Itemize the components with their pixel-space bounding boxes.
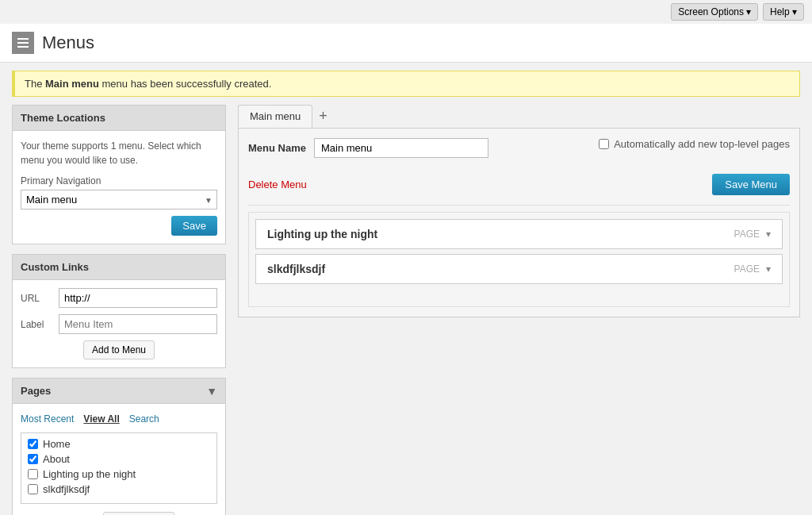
menu-item-title-slk: slkdfjlksdjf bbox=[267, 263, 325, 275]
page-checkbox-home[interactable] bbox=[28, 439, 38, 449]
page-label-home: Home bbox=[43, 438, 71, 450]
theme-locations-save-button[interactable]: Save bbox=[171, 216, 217, 236]
svg-rect-1 bbox=[17, 42, 29, 44]
pages-panel: Pages ▼ Most Recent View All Search Home bbox=[12, 378, 226, 515]
svg-rect-2 bbox=[17, 46, 29, 48]
list-item: Lighting up the night bbox=[28, 468, 210, 480]
list-item: Home bbox=[28, 438, 210, 450]
primary-nav-label: Primary Navigation bbox=[21, 175, 217, 186]
tab-add-button[interactable]: + bbox=[312, 105, 334, 128]
custom-links-add-button[interactable]: Add to Menu bbox=[83, 340, 155, 359]
primary-nav-select-wrapper: Main menu ▼ bbox=[21, 190, 217, 209]
custom-links-body: URL Label Add to Menu bbox=[13, 280, 225, 367]
pages-add-button[interactable]: Add to Menu bbox=[103, 512, 174, 515]
delete-menu-link[interactable]: Delete Menu bbox=[248, 179, 307, 190]
pages-panel-body: Most Recent View All Search Home About bbox=[13, 404, 225, 515]
menu-item-type-lighting: PAGE bbox=[734, 229, 760, 240]
page-header: Menus bbox=[0, 24, 812, 63]
pages-panel-header: Pages ▼ bbox=[13, 379, 225, 404]
notice-bold: Main menu bbox=[45, 78, 99, 90]
menu-item-meta-slk: PAGE ▾ bbox=[734, 263, 771, 275]
theme-locations-panel: Theme Locations Your theme supports 1 me… bbox=[12, 105, 226, 244]
pages-header-label: Pages bbox=[21, 385, 51, 397]
page-label-about: About bbox=[43, 453, 70, 465]
screen-options-label: Screen Options bbox=[678, 6, 744, 17]
top-bar: Screen Options ▾ Help ▾ bbox=[0, 0, 812, 24]
menu-actions-row: Delete Menu Save Menu bbox=[248, 174, 790, 195]
page-checkbox-lighting[interactable] bbox=[28, 469, 38, 479]
menu-name-label: Menu Name bbox=[248, 142, 306, 154]
page-checkbox-slk[interactable] bbox=[28, 484, 38, 494]
menu-item-title-lighting: Lighting up the night bbox=[267, 228, 377, 240]
table-row: slkdfjlksdjf PAGE ▾ bbox=[255, 254, 783, 284]
chevron-down-icon[interactable]: ▾ bbox=[766, 263, 771, 275]
separator bbox=[248, 205, 790, 206]
page-checkbox-about[interactable] bbox=[28, 454, 38, 464]
page-title: Menus bbox=[42, 33, 94, 53]
main-content: Theme Locations Your theme supports 1 me… bbox=[0, 105, 812, 515]
page-label-lighting: Lighting up the night bbox=[43, 468, 136, 480]
list-item: slkdfjlksdjf bbox=[28, 483, 210, 495]
tab-search[interactable]: Search bbox=[129, 412, 159, 426]
menu-item-type-slk: PAGE bbox=[734, 263, 760, 275]
success-notice: The Main menu menu has been successfully… bbox=[12, 71, 800, 97]
screen-options-arrow: ▾ bbox=[746, 6, 751, 17]
auto-add-label: Automatically add new top-level pages bbox=[614, 138, 790, 150]
notice-rest: menu has been successfully created. bbox=[99, 78, 272, 90]
custom-links-panel: Custom Links URL Label Add to Menu bbox=[12, 254, 226, 368]
theme-locations-desc: Your theme supports 1 menu. Select which… bbox=[21, 139, 217, 167]
url-row: URL bbox=[21, 288, 217, 308]
help-button[interactable]: Help ▾ bbox=[763, 3, 804, 21]
list-item: About bbox=[28, 453, 210, 465]
menu-tabs-row: Main menu + bbox=[238, 105, 800, 128]
menu-name-input[interactable] bbox=[314, 138, 488, 158]
auto-add-checkbox[interactable] bbox=[599, 139, 609, 149]
right-panel: Main menu + Menu Name Automatically add … bbox=[238, 105, 800, 317]
help-label: Help ▾ bbox=[770, 6, 797, 17]
menu-panel: Menu Name Automatically add new top-leve… bbox=[238, 128, 800, 317]
theme-locations-body: Your theme supports 1 menu. Select which… bbox=[13, 131, 225, 244]
menu-name-row: Menu Name bbox=[248, 138, 488, 158]
pages-collapse-icon[interactable]: ▼ bbox=[206, 385, 217, 398]
svg-rect-0 bbox=[17, 38, 29, 40]
primary-nav-select[interactable]: Main menu bbox=[21, 190, 217, 209]
pages-list: Home About Lighting up the night slkdfjl… bbox=[21, 432, 217, 504]
tab-main-menu-label: Main menu bbox=[250, 110, 301, 122]
menus-icon bbox=[12, 32, 34, 54]
menu-items-area: Lighting up the night PAGE ▾ slkdfjlksdj… bbox=[248, 212, 790, 307]
left-panel: Theme Locations Your theme supports 1 me… bbox=[12, 105, 226, 515]
page-label-slk: slkdfjlksdjf bbox=[43, 483, 90, 495]
custom-links-header: Custom Links bbox=[13, 255, 225, 280]
notice-text: The Main menu menu has been successfully… bbox=[25, 78, 271, 90]
pages-tabs: Most Recent View All Search bbox=[21, 412, 217, 426]
auto-add-row: Automatically add new top-level pages bbox=[599, 138, 790, 150]
label-row: Label bbox=[21, 314, 217, 334]
pages-footer: Select All Add to Menu bbox=[21, 509, 217, 515]
url-label: URL bbox=[21, 293, 52, 304]
label-label: Label bbox=[21, 319, 52, 330]
tab-view-all[interactable]: View All bbox=[83, 412, 119, 426]
screen-options-button[interactable]: Screen Options ▾ bbox=[671, 3, 758, 21]
save-menu-button[interactable]: Save Menu bbox=[712, 174, 790, 195]
url-input[interactable] bbox=[59, 288, 217, 308]
theme-locations-header: Theme Locations bbox=[13, 106, 225, 131]
chevron-down-icon[interactable]: ▾ bbox=[766, 229, 771, 240]
label-input[interactable] bbox=[59, 314, 217, 334]
tab-main-menu[interactable]: Main menu bbox=[238, 105, 312, 128]
table-row: Lighting up the night PAGE ▾ bbox=[255, 219, 783, 249]
tab-most-recent[interactable]: Most Recent bbox=[21, 412, 74, 426]
menu-item-meta-lighting: PAGE ▾ bbox=[734, 229, 771, 240]
